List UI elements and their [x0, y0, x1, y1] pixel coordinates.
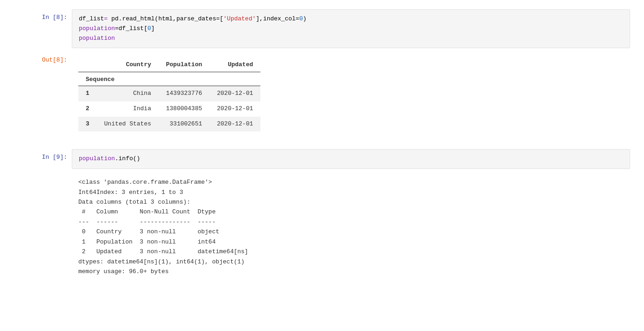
dataframe-output: Country Population Updated Sequence 1 Ch…	[78, 58, 624, 131]
row-index-1: 1	[78, 86, 97, 101]
cell-8-output: Country Population Updated Sequence 1 Ch…	[72, 52, 630, 136]
dataframe-table: Country Population Updated Sequence 1 Ch…	[78, 58, 260, 131]
cell-8-output-label: Out[8]:	[0, 52, 72, 63]
notebook-cell-9: In [9]: population.info() <class 'pandas…	[0, 149, 644, 281]
row-2-updated: 2020-12-01	[209, 101, 260, 117]
table-header-row: Country Population Updated	[78, 58, 260, 72]
row-3-updated: 2020-12-01	[209, 117, 260, 132]
code-line-3: population	[79, 35, 115, 42]
table-row: 1 China 1439323776 2020-12-01	[78, 86, 260, 101]
info-output-text: <class 'pandas.core.frame.DataFrame'> In…	[78, 177, 624, 276]
col-header-country: Country	[97, 58, 158, 72]
cell-8-input[interactable]: df_list= pd.read_html(html,parse_dates=[…	[72, 9, 630, 48]
table-row: 2 India 1380004385 2020-12-01	[78, 101, 260, 117]
row-2-population: 1380004385	[158, 101, 209, 117]
index-name-cell: Sequence	[78, 72, 260, 86]
notebook-cell-8: In [8]: df_list= pd.read_html(html,parse…	[0, 9, 644, 136]
cell-8-input-label: In [8]:	[0, 9, 72, 21]
row-1-population: 1439323776	[158, 86, 209, 101]
row-index-3: 3	[78, 117, 97, 132]
cell-9-input-label: In [9]:	[0, 149, 72, 161]
row-3-country: United States	[97, 117, 158, 132]
col-header-population: Population	[158, 58, 209, 72]
code-line-2: population=df_list[0]	[79, 25, 155, 32]
cell-9-output-label	[0, 173, 72, 177]
table-row: 3 United States 331002651 2020-12-01	[78, 117, 260, 132]
cell-9-input[interactable]: population.info()	[72, 149, 630, 169]
code-line-1: df_list= pd.read_html(html,parse_dates=[…	[79, 15, 307, 22]
col-header-updated: Updated	[209, 58, 260, 72]
index-name-row: Sequence	[78, 72, 260, 86]
col-header-index	[78, 58, 97, 72]
row-3-population: 331002651	[158, 117, 209, 132]
row-index-2: 2	[78, 101, 97, 117]
row-2-country: India	[97, 101, 158, 117]
code-line-info: population.info()	[79, 155, 140, 162]
row-1-updated: 2020-12-01	[209, 86, 260, 101]
cell-9-output: <class 'pandas.core.frame.DataFrame'> In…	[72, 173, 630, 281]
row-1-country: China	[97, 86, 158, 101]
